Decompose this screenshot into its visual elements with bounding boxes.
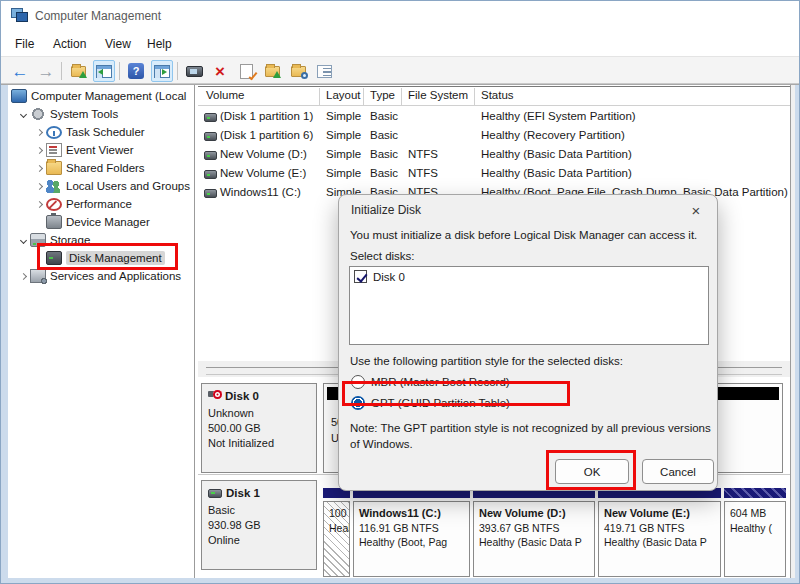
volume-list-header: Volume Layout Type File System Status [198, 87, 790, 106]
folder-search-icon[interactable] [287, 60, 309, 82]
tree-item-system-tools[interactable]: System Tools [8, 105, 194, 123]
gpt-note: Note: The GPT partition style is not rec… [350, 420, 718, 452]
menu-action[interactable]: Action [49, 35, 90, 53]
column-resize-handle[interactable] [474, 88, 475, 105]
disk-1-size: 930.98 GB [208, 518, 310, 533]
check-document-icon[interactable] [235, 60, 257, 82]
shared-folders-icon [46, 161, 62, 175]
header-volume[interactable]: Volume [206, 89, 244, 101]
tree-item-computer-management[interactable]: Computer Management (Local [8, 87, 194, 105]
annotation-disk-management [37, 243, 178, 270]
chevron-down-icon[interactable] [16, 238, 30, 243]
services-icon [30, 269, 46, 283]
volume-icon [204, 189, 217, 198]
chevron-right-icon[interactable] [32, 184, 46, 189]
dialog-title: Initialize Disk [351, 203, 421, 217]
disk-1-label[interactable]: Disk 1 Basic 930.98 GB Online [201, 480, 317, 570]
menu-file[interactable]: File [11, 35, 38, 53]
table-row[interactable]: New Volume (E:) Simple Basic NTFS Health… [198, 165, 790, 184]
volume-icon [204, 170, 217, 179]
column-resize-handle[interactable] [363, 88, 364, 105]
device-manager-icon [46, 215, 62, 229]
chevron-spacer [32, 220, 46, 225]
disk-0-status: Not Initialized [208, 436, 310, 451]
table-row[interactable]: New Volume (D:) Simple Basic NTFS Health… [198, 146, 790, 165]
show-console-tree-icon[interactable] [93, 60, 115, 82]
chevron-right-icon[interactable] [32, 166, 46, 171]
folder-up-icon[interactable] [67, 60, 89, 82]
toolbar: ← → ? × [1, 56, 799, 84]
forward-icon[interactable]: → [35, 60, 57, 82]
header-status[interactable]: Status [481, 89, 514, 101]
disk-1-status: Online [208, 533, 310, 548]
task-scheduler-icon [46, 126, 62, 139]
column-resize-handle[interactable] [401, 88, 402, 105]
header-layout[interactable]: Layout [326, 89, 361, 101]
performance-icon [46, 198, 62, 211]
menu-bar: File Action View Help [1, 31, 799, 56]
tree-item-performance[interactable]: Performance [8, 195, 194, 213]
folder-export-icon[interactable] [261, 60, 283, 82]
disk-1-type: Basic [208, 503, 310, 518]
chevron-right-icon[interactable] [32, 130, 46, 135]
tree-item-device-manager[interactable]: Device Manager [8, 213, 194, 231]
tree-item-shared-folders[interactable]: Shared Folders [8, 159, 194, 177]
users-icon [46, 179, 62, 193]
select-disks-label: Select disks: [350, 250, 415, 262]
table-row[interactable]: (Disk 1 partition 1) Simple Basic Health… [198, 108, 790, 127]
window-frame-right [795, 84, 800, 584]
menu-view[interactable]: View [101, 35, 135, 53]
table-row[interactable]: (Disk 1 partition 6) Simple Basic Health… [198, 127, 790, 146]
volume-icon [204, 113, 217, 122]
right-pane-divider[interactable] [790, 85, 791, 578]
volume-icon [204, 132, 217, 141]
disk-list-item[interactable]: Disk 0 [354, 270, 405, 283]
window-frame-left [1, 84, 8, 584]
content-top-border [1, 84, 800, 85]
event-viewer-icon [46, 143, 62, 157]
show-action-pane-icon[interactable] [151, 60, 173, 82]
disk-1-row: Disk 1 Basic 930.98 GB Online 100 MB Hea… [198, 478, 790, 578]
annotation-gpt-radio [342, 381, 570, 406]
chevron-right-icon[interactable] [16, 274, 30, 279]
disk-0-label[interactable]: Disk 0 Unknown 500.00 GB Not Initialized [201, 383, 317, 473]
dialog-message: You must initialize a disk before Logica… [350, 229, 697, 241]
partition-color-bar [724, 488, 786, 498]
system-tools-icon [30, 107, 46, 121]
window-title: Computer Management [35, 9, 161, 23]
partition-style-label: Use the following partition style for th… [350, 355, 623, 367]
disk-icon [208, 489, 222, 498]
toolbar-separator [119, 62, 120, 80]
initialize-disk-dialog: Initialize Disk × You must initialize a … [338, 194, 718, 491]
header-file-system[interactable]: File System [408, 89, 468, 101]
actions-pane-gutter [791, 85, 795, 578]
disk-error-badge-icon [208, 390, 221, 403]
computer-management-window: Computer Management File Action View Hel… [0, 0, 800, 584]
column-resize-handle[interactable] [319, 88, 320, 105]
disk-0-checkbox[interactable] [354, 270, 367, 283]
toolbar-separator [61, 62, 62, 80]
computer-management-icon [11, 8, 28, 23]
menu-help[interactable]: Help [143, 35, 176, 53]
console-icon[interactable] [183, 60, 205, 82]
disk-listbox[interactable]: Disk 0 [349, 266, 709, 345]
tree-item-local-users-groups[interactable]: Local Users and Groups [8, 177, 194, 195]
panel-divider[interactable] [194, 85, 195, 578]
chevron-right-icon[interactable] [32, 202, 46, 207]
tree-item-task-scheduler[interactable]: Task Scheduler [8, 123, 194, 141]
volume-icon [204, 151, 217, 160]
close-icon[interactable]: × [685, 199, 707, 221]
annotation-ok-button [546, 450, 636, 490]
chevron-right-icon[interactable] [32, 148, 46, 153]
list-view-icon[interactable] [313, 60, 335, 82]
console-tree: Computer Management (Local System Tools … [8, 87, 194, 578]
window-frame-bottom [1, 578, 800, 584]
chevron-down-icon[interactable] [16, 112, 30, 117]
help-icon[interactable]: ? [125, 60, 147, 82]
tree-item-event-viewer[interactable]: Event Viewer [8, 141, 194, 159]
back-icon[interactable]: ← [9, 60, 31, 82]
delete-icon[interactable]: × [209, 60, 231, 82]
header-type[interactable]: Type [370, 89, 395, 101]
cancel-button[interactable]: Cancel [642, 459, 714, 484]
disk-0-size: 500.00 GB [208, 421, 310, 436]
